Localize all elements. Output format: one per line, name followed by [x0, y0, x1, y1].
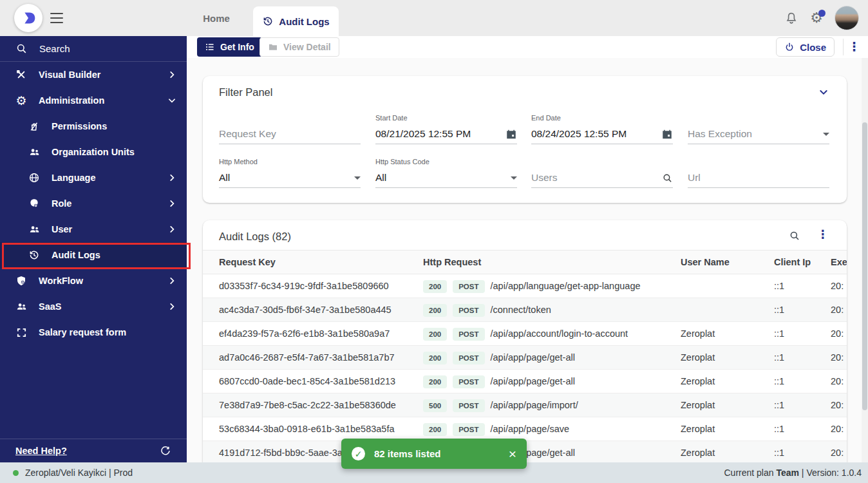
users-input[interactable]: Users — [531, 172, 557, 184]
app-logo[interactable] — [14, 4, 42, 32]
sidebar-item-organization-units[interactable]: Organization Units — [0, 139, 187, 165]
expand-icon — [14, 327, 28, 338]
history-icon — [262, 15, 274, 27]
column-header-exe[interactable]: Exe — [831, 251, 847, 274]
vertical-scrollbar-thumb[interactable] — [862, 122, 867, 410]
http-method-badge: POST — [453, 304, 484, 317]
search-icon[interactable] — [662, 173, 673, 184]
status-code-badge: 500 — [423, 399, 447, 412]
vertical-scrollbar-track[interactable] — [862, 58, 868, 462]
chevron-right-icon — [167, 199, 176, 208]
cell-exe: 20: — [831, 322, 844, 346]
notification-bell-icon[interactable] — [784, 11, 798, 25]
table-row[interactable]: 6807ccd0-0ade-bec1-85c4-3a1be581d213 200… — [203, 370, 847, 393]
column-header-request-key[interactable]: Request Key — [219, 251, 276, 274]
cell-exe: 20: — [831, 274, 844, 298]
header-actions: ⚙ — [784, 0, 859, 36]
http-method-badge: POST — [453, 280, 484, 293]
url-field[interactable]: Url — [688, 158, 829, 188]
end-date-field[interactable]: End Date 08/24/2025 12:55 PM — [531, 114, 673, 144]
need-help-link[interactable]: Need Help? — [15, 446, 67, 456]
url-input[interactable]: Url — [688, 171, 829, 185]
start-date-input[interactable]: 08/21/2025 12:55 PM — [375, 128, 471, 140]
filter-collapse-chevron-icon[interactable] — [818, 87, 829, 97]
refresh-icon[interactable] — [160, 445, 171, 457]
tab-audit-logs[interactable]: Audit Logs — [253, 6, 339, 36]
gear-icon: ⚙ — [14, 95, 28, 107]
status-code-badge: 200 — [423, 423, 447, 436]
sidebar-item-language[interactable]: Language — [0, 165, 187, 191]
toolbar-divider — [843, 39, 844, 55]
end-date-input[interactable]: 08/24/2025 12:55 PM — [531, 128, 627, 140]
sidebar-item-user[interactable]: User — [0, 216, 187, 242]
toolbar-kebab-menu-icon[interactable]: ⋮ — [848, 37, 860, 57]
sidebar-item-workflow[interactable]: WorkFlow — [0, 268, 187, 294]
request-key-input[interactable]: Request Key — [219, 127, 361, 141]
chevron-right-icon — [167, 225, 176, 234]
table-row[interactable]: 7e38d7a9-7be8-c5ac-2c22-3a1be58360de 500… — [203, 393, 847, 417]
users-field[interactable]: Users — [531, 158, 673, 188]
table-row[interactable]: ad7a0c46-2687-e5f4-7a67-3a1be581a7b7 200… — [203, 346, 847, 370]
cell-http-request: 200 POST /api/app/account/login-to-accou… — [423, 322, 628, 346]
sidebar-search[interactable]: Search — [0, 36, 187, 62]
request-key-field[interactable]: Request Key — [219, 114, 361, 144]
http-method-field[interactable]: Http Method All — [219, 158, 361, 188]
globe-icon — [27, 172, 41, 184]
folder-icon — [268, 42, 278, 52]
sidebar-item-audit-logs[interactable]: Audit Logs — [0, 242, 187, 268]
column-header-client-ip[interactable]: Client Ip — [774, 251, 811, 274]
page-toolbar: Get Info View Detail Close ⋮ — [187, 36, 868, 58]
close-button[interactable]: Close — [776, 37, 835, 57]
cell-url: /api/app/page/import/ — [491, 393, 578, 417]
settings-gear-icon[interactable]: ⚙ — [810, 11, 823, 25]
audit-logs-card: Audit Logs (82) ⋮ Request Key Http Reque… — [203, 220, 847, 462]
column-header-user-name[interactable]: User Name — [681, 251, 730, 274]
toast-message: 82 items listed — [374, 448, 440, 459]
get-info-button[interactable]: Get Info — [197, 37, 262, 57]
menu-toggle-icon[interactable] — [50, 13, 63, 23]
table-row[interactable]: 53c68344-3ba0-0918-e61b-3a1be583a5fa 200… — [203, 417, 847, 441]
sidebar: Search Visual Builder ⚙ Administration — [0, 36, 187, 462]
start-date-field[interactable]: Start Date 08/21/2025 12:55 PM — [375, 114, 517, 144]
cell-client-ip: ::1 — [774, 298, 784, 322]
cell-user-name: Zeroplat — [681, 346, 715, 370]
sidebar-item-saas[interactable]: SaaS — [0, 294, 187, 319]
view-detail-button[interactable]: View Detail — [259, 37, 339, 57]
chevron-down-icon — [167, 96, 176, 105]
cell-http-request: 200 POST /connect/token — [423, 298, 551, 322]
table-row[interactable]: ac4c3da7-30d5-fb6f-34e7-3a1be580a445 200… — [203, 298, 847, 322]
table-body: d03353f7-6c34-919c-9fdf-3a1be5809660 200… — [203, 274, 847, 462]
people-icon — [27, 146, 41, 158]
sidebar-item-administration[interactable]: ⚙ Administration — [0, 88, 187, 113]
http-method-badge: POST — [453, 375, 484, 388]
check-circle-icon: ✓ — [352, 447, 365, 460]
toast-close-icon[interactable]: × — [509, 447, 516, 460]
plan-version-label: Current plan Team | Version: 1.0.4 — [724, 468, 862, 478]
cell-http-request: 200 POST /api/app/language/get-app-langu… — [423, 274, 641, 298]
sidebar-item-visual-builder[interactable]: Visual Builder — [0, 62, 187, 88]
column-header-http-request[interactable]: Http Request — [423, 251, 481, 274]
calendar-icon[interactable] — [505, 128, 517, 140]
has-exception-select[interactable]: Has Exception — [688, 128, 752, 140]
sidebar-item-permissions[interactable]: Permissions — [0, 113, 187, 139]
http-status-code-field[interactable]: Http Status Code All — [375, 158, 517, 188]
cell-url: /api/app/page/get-all — [491, 346, 575, 370]
has-exception-field[interactable]: Has Exception — [688, 114, 829, 144]
tools-icon — [14, 69, 28, 80]
sidebar-item-role[interactable]: Role — [0, 191, 187, 216]
calendar-icon[interactable] — [661, 128, 673, 140]
cell-request-key: 53c68344-3ba0-0918-e61b-3a1be583a5fa — [219, 417, 395, 441]
tab-home[interactable]: Home — [190, 0, 243, 36]
table-row[interactable]: ef4da239-f57a-62f6-e1b8-3a1be580a9a7 200… — [203, 322, 847, 346]
status-code-badge: 200 — [423, 328, 447, 341]
user-avatar[interactable] — [835, 6, 859, 30]
http-method-select[interactable]: All — [219, 172, 230, 184]
cell-http-request: 500 POST /api/app/page/import/ — [423, 393, 578, 417]
sidebar-item-salary-request-form[interactable]: Salary request form — [0, 319, 187, 345]
cell-request-key: 4191d712-f5bd-bb9c-5aae-3a1be — [219, 441, 358, 462]
table-row[interactable]: d03353f7-6c34-919c-9fdf-3a1be5809660 200… — [203, 274, 847, 298]
table-kebab-menu-icon[interactable]: ⋮ — [817, 227, 829, 242]
http-status-select[interactable]: All — [375, 172, 386, 184]
cell-url: /connect/token — [491, 298, 551, 322]
table-search-icon[interactable] — [789, 230, 800, 242]
